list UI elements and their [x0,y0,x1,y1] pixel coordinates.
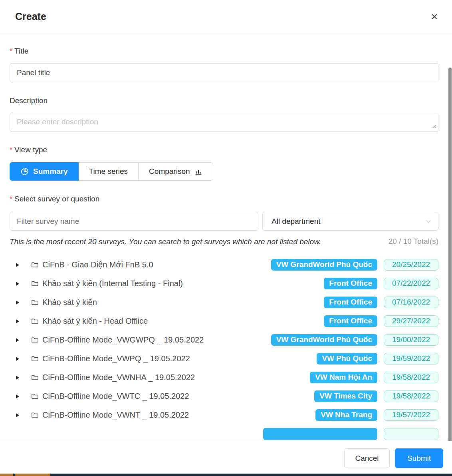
folder-icon [31,411,39,419]
pie-chart-icon [20,167,29,176]
survey-row: Khảo sát ý kiến - Head OffliceFront Offi… [10,312,438,331]
survey-list: CiFnB - Giao Diện Mới FnB 5.0VW GrandWor… [10,255,438,441]
folder-icon [31,280,39,287]
department-badge: VW Nha Trang [315,409,377,421]
background-page-strip [0,474,452,476]
survey-name[interactable]: CiFnB-Offline Mode_VWPQ _ 19.05.2022 [42,354,317,363]
view-type-tab-group: Summary Time series Comparison [10,162,213,181]
cancel-button[interactable]: Cancel [344,448,390,468]
folder-icon [31,392,39,400]
department-badge: VW GrandWorld Phú Quốc [271,259,377,271]
description-label: Description [10,96,438,105]
create-modal: Create ✕ *Title Description *View type [0,0,452,476]
title-label: *Title [10,47,438,56]
department-select[interactable]: All department [262,212,438,231]
tab-time-series[interactable]: Time series [78,162,139,181]
survey-name[interactable]: CiFnB-Offline Mode_VWNT _ 19.05.2022 [42,410,315,420]
description-textarea[interactable] [10,113,438,132]
select-survey-label-text: Select survey or question [14,195,99,203]
date-badge: 29/27/2022 [384,315,438,327]
survey-row: CiFnB-Offline Mode_VWGWPQ _ 19.05.2022VW… [10,331,438,349]
view-type-label: *View type [10,145,438,154]
view-type-label-text: View type [14,145,47,154]
survey-name[interactable]: CiFnB - Giao Diện Mới FnB 5.0 [42,260,271,269]
survey-row: CiFnB-Offline Mode_VWNHA _ 19.05.2022VW … [10,368,438,387]
background-strip-notch [13,474,15,476]
chevron-down-icon [425,218,432,225]
required-asterisk: * [10,146,12,154]
department-badge: Front Office [324,315,377,327]
survey-row: Khảo sát ý kiếnFront Office07/16/2022 [10,293,438,312]
department-badge [263,428,377,440]
survey-row: CiFnB-Offline Mode_VWNT _ 19.05.2022VW N… [10,406,438,424]
survey-total-count: 20 / 10 Total(s) [389,236,438,246]
tab-comparison[interactable]: Comparison [138,162,213,181]
close-icon[interactable]: ✕ [429,11,440,22]
expand-caret-icon[interactable] [16,263,19,267]
department-badge: VW GrandWorld Phú Quốc [271,334,377,346]
required-asterisk: * [10,195,12,203]
filter-survey-input[interactable] [10,212,258,231]
title-label-text: Title [14,47,28,55]
survey-name[interactable]: Khảo sát ý kiến - Head Offlice [42,317,324,326]
survey-name[interactable]: CiFnB-Offline Mode_VWNHA _ 19.05.2022 [42,373,310,382]
survey-name[interactable]: Khảo sát ý kiến [42,298,324,307]
survey-row: CiFnB - Giao Diện Mới FnB 5.0VW GrandWor… [10,255,438,274]
modal-body: *Title Description *View type [0,34,452,441]
department-select-value: All department [272,217,321,226]
folder-icon [31,374,39,381]
modal-header: Create ✕ [0,0,452,34]
department-badge: VW Times City [314,390,377,402]
folder-icon [31,261,39,269]
expand-caret-icon[interactable] [16,376,19,380]
expand-caret-icon[interactable] [16,301,19,305]
survey-name[interactable]: Khảo sát ý kiến (Internal Testing - Fina… [42,279,324,288]
date-badge: 07/22/2022 [384,278,438,289]
survey-name[interactable]: CiFnB-Offline Mode_VWTC _ 19.05.2022 [42,392,314,401]
survey-row: CiFnB-Offline Mode_VWTC _ 19.05.2022VW T… [10,387,438,406]
folder-icon [31,355,39,362]
folder-icon [31,336,39,344]
filter-row: All department [10,212,438,231]
department-badge: VW Nam Hội An [310,372,377,383]
expand-caret-icon[interactable] [16,282,19,286]
date-badge: 20/25/2022 [384,259,438,271]
survey-row: CiFnB-Offline Mode_VWPQ _ 19.05.2022VW P… [10,349,438,368]
modal-title: Create [15,11,46,22]
required-asterisk: * [10,47,12,55]
survey-name[interactable]: CiFnB-Offline Mode_VWGWPQ _ 19.05.2022 [42,335,271,345]
title-input[interactable] [10,63,438,82]
note-row: This is the most recent 20 surveys. You … [10,236,438,247]
scrollbar-thumb[interactable] [448,68,452,441]
date-badge: 19/57/2022 [384,409,438,421]
expand-caret-icon[interactable] [16,394,19,398]
bar-chart-icon [194,167,202,175]
survey-row [10,424,438,441]
tab-comparison-label: Comparison [149,167,190,176]
select-survey-label: *Select survey or question [10,195,438,203]
tab-time-series-label: Time series [89,167,128,176]
date-badge: 19/00/2022 [384,334,438,346]
date-badge: 19/58/2022 [384,372,438,383]
folder-icon [31,299,39,306]
date-badge: 07/16/2022 [384,297,438,308]
folder-icon [31,317,39,325]
scrollbar-track[interactable] [448,68,452,441]
date-badge [384,428,438,440]
expand-caret-icon[interactable] [16,357,19,361]
tab-summary-label: Summary [33,167,68,176]
submit-button[interactable]: Submit [395,448,443,468]
note-text: This is the most recent 20 surveys. You … [10,236,321,247]
survey-row: Khảo sát ý kiến (Internal Testing - Fina… [10,274,438,293]
expand-caret-icon[interactable] [16,319,19,323]
modal-footer: Cancel Submit [0,441,452,474]
background-strip-orange [0,474,50,476]
tab-summary[interactable]: Summary [10,162,79,181]
department-badge: Front Office [324,278,377,289]
date-badge: 19/58/2022 [384,390,438,402]
expand-caret-icon[interactable] [16,413,19,417]
department-badge: Front Office [324,297,377,308]
department-badge: VW Phú Quốc [317,353,377,364]
date-badge: 19/59/2022 [384,353,438,364]
expand-caret-icon[interactable] [16,338,19,342]
